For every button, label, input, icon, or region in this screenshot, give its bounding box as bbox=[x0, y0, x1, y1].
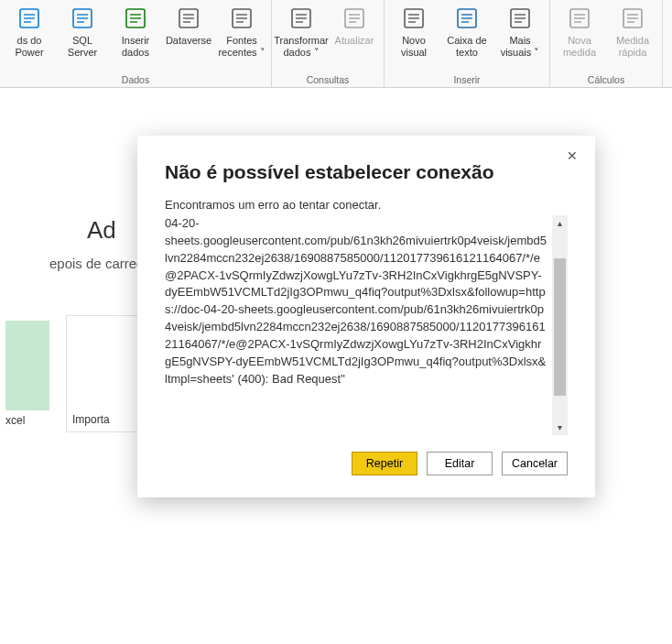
retry-button[interactable]: Repetir bbox=[352, 452, 417, 475]
dialog-title: Não é possível estabelecer conexão bbox=[165, 161, 568, 183]
ribbon-button[interactable]: ds do Power bbox=[4, 2, 55, 60]
ribbon-button[interactable]: Dataverse bbox=[163, 2, 214, 49]
ribbon-button: Medida rápida bbox=[607, 2, 658, 60]
close-icon[interactable]: ✕ bbox=[564, 148, 580, 165]
ribbon-button[interactable]: Fontes recentes ˅ bbox=[216, 2, 267, 60]
ribbon-group-label: Inserir bbox=[453, 72, 480, 88]
ribbon-button-label: Transformar dados ˅ bbox=[274, 35, 329, 59]
ribbon-toolbar: ds do PowerSQL ServerInserir dadosDatave… bbox=[0, 0, 672, 88]
dialog-error-area: 04-20- sheets.googleusercontent.com/pub/… bbox=[165, 215, 568, 435]
scrollbar-track[interactable] bbox=[552, 231, 568, 420]
ribbon-items: Transformar dados ˅Atualizar bbox=[276, 2, 380, 72]
ribbon-button-label: Fontes recentes ˅ bbox=[216, 35, 267, 59]
dialog-button-row: Repetir Editar Cancelar bbox=[165, 452, 568, 475]
edit-button[interactable]: Editar bbox=[427, 452, 493, 475]
ribbon-button-icon bbox=[15, 4, 44, 33]
ribbon-button-icon bbox=[121, 4, 150, 33]
ribbon-button-icon bbox=[565, 4, 594, 33]
ribbon-group: Novo visualCaixa de textoMais visuais ˅I… bbox=[385, 0, 550, 88]
scrollbar-thumb[interactable] bbox=[554, 258, 566, 396]
ribbon-button[interactable]: Novo visual bbox=[388, 2, 439, 60]
ribbon-button-label: Dataverse bbox=[166, 35, 211, 47]
ribbon-group-label: Cálculos bbox=[588, 72, 624, 88]
dialog-error-text: 04-20- sheets.googleusercontent.com/pub/… bbox=[165, 215, 552, 435]
ribbon-button-icon bbox=[227, 4, 256, 33]
ribbon-button-label: Caixa de texto bbox=[441, 35, 493, 59]
ribbon-button-icon bbox=[452, 4, 482, 33]
scrollbar-up-arrow-icon[interactable]: ▴ bbox=[552, 215, 568, 231]
scrollbar-down-arrow-icon[interactable]: ▾ bbox=[552, 420, 568, 435]
ribbon-button-label: Medida rápida bbox=[607, 35, 658, 59]
ribbon-button-icon bbox=[174, 4, 203, 33]
ribbon-button: Atualizar bbox=[329, 2, 380, 49]
ribbon-items: Nova medidaMedida rápida bbox=[554, 2, 658, 72]
ribbon-button: Nova medida bbox=[554, 2, 605, 60]
ribbon-button-icon bbox=[340, 4, 369, 33]
ribbon-button-label: Inserir dados bbox=[110, 35, 161, 59]
ribbon-items: Novo visualCaixa de textoMais visuais ˅ bbox=[388, 2, 546, 72]
ribbon-button-icon bbox=[68, 4, 97, 33]
ribbon-button[interactable]: Caixa de texto bbox=[441, 2, 493, 60]
ribbon-button-icon bbox=[618, 4, 647, 33]
card-illustration bbox=[5, 321, 49, 410]
ribbon-group: ds do PowerSQL ServerInserir dadosDatave… bbox=[0, 0, 272, 88]
ribbon-items: ds do PowerSQL ServerInserir dadosDatave… bbox=[4, 2, 267, 72]
ribbon-button[interactable]: Mais visuais ˅ bbox=[494, 2, 546, 60]
connection-error-dialog: ✕ Não é possível estabelecer conexão Enc… bbox=[137, 136, 595, 497]
card-label: xcel bbox=[5, 410, 49, 427]
ribbon-button[interactable]: Transformar dados ˅ bbox=[276, 2, 327, 60]
ribbon-button[interactable]: SQL Server bbox=[57, 2, 108, 60]
ribbon-items: Confiden bbox=[667, 2, 672, 72]
option-card[interactable]: xcel bbox=[0, 315, 55, 432]
ribbon-group: ConfidenConfiden bbox=[663, 0, 672, 88]
ribbon-button-icon bbox=[287, 4, 316, 33]
ribbon-group: Transformar dados ˅AtualizarConsultas bbox=[272, 0, 385, 88]
cancel-button[interactable]: Cancelar bbox=[502, 452, 568, 475]
ribbon-group: Nova medidaMedida rápidaCálculos bbox=[550, 0, 663, 88]
ribbon-group-label: Dados bbox=[122, 72, 149, 88]
ribbon-button-label: Novo visual bbox=[388, 35, 439, 59]
ribbon-button-label: Atualizar bbox=[335, 35, 374, 47]
ribbon-button: Confiden bbox=[667, 2, 672, 49]
dialog-scrollbar[interactable]: ▴ ▾ bbox=[552, 215, 568, 435]
ribbon-button-label: SQL Server bbox=[57, 35, 108, 59]
ribbon-button-label: Mais visuais ˅ bbox=[494, 35, 546, 59]
ribbon-button-icon bbox=[399, 4, 428, 33]
ribbon-button-label: Nova medida bbox=[554, 35, 605, 59]
ribbon-button[interactable]: Inserir dados bbox=[110, 2, 161, 60]
ribbon-button-label: ds do Power bbox=[4, 35, 55, 59]
ribbon-button-icon bbox=[505, 4, 535, 33]
ribbon-group-label: Consultas bbox=[307, 72, 350, 88]
dialog-intro-message: Encontramos um erro ao tentar conectar. bbox=[165, 198, 568, 212]
